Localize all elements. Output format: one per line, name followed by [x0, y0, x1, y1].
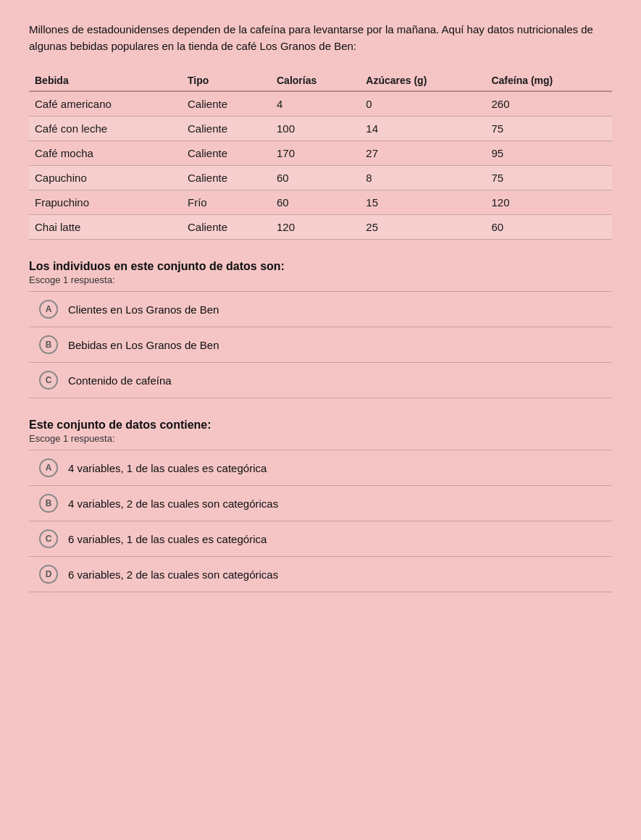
- table-cell: 100: [271, 117, 360, 141]
- table-cell: 260: [485, 91, 612, 117]
- option-text: Clientes en Los Granos de Ben: [68, 303, 219, 316]
- option-text: 4 variables, 2 de las cuales son categór…: [68, 497, 278, 510]
- table-row: FrapuchinoFrío6015120: [29, 190, 612, 215]
- option-text: 6 variables, 2 de las cuales son categór…: [68, 568, 278, 581]
- question1-section: Los individuos en este conjunto de datos…: [29, 260, 612, 398]
- table-header: Cafeína (mg): [485, 70, 612, 91]
- table-header: Azúcares (g): [360, 70, 485, 91]
- table-cell: Caliente: [182, 166, 271, 190]
- table-cell: Caliente: [182, 141, 271, 166]
- table-cell: Capuchino: [29, 166, 182, 190]
- table-cell: 170: [271, 141, 360, 166]
- table-cell: 60: [271, 190, 360, 215]
- option-circle: B: [39, 335, 58, 354]
- table-cell: 75: [485, 117, 612, 141]
- table-cell: 120: [485, 190, 612, 215]
- table-cell: 60: [271, 166, 360, 190]
- option-text: Bebidas en Los Granos de Ben: [68, 339, 219, 351]
- nutrition-table: BebidaTipoCaloríasAzúcares (g)Cafeína (m…: [29, 70, 612, 240]
- table-row: Chai latteCaliente1202560: [29, 215, 612, 240]
- table-cell: 60: [485, 215, 612, 240]
- option-circle: C: [39, 371, 58, 390]
- option-circle: D: [39, 565, 58, 584]
- intro-text: Millones de estadounidenses dependen de …: [29, 22, 612, 54]
- option-item[interactable]: B Bebidas en Los Granos de Ben: [29, 327, 612, 362]
- table-row: Café mochaCaliente1702795: [29, 141, 612, 166]
- table-cell: Café americano: [29, 91, 182, 117]
- table-row: Café con lecheCaliente1001475: [29, 117, 612, 141]
- table-cell: 4: [271, 91, 360, 117]
- table-cell: 27: [360, 141, 485, 166]
- table-cell: 8: [360, 166, 485, 190]
- table-cell: 14: [360, 117, 485, 141]
- table-cell: Café con leche: [29, 117, 182, 141]
- question1-options: A Clientes en Los Granos de Ben B Bebida…: [29, 291, 612, 398]
- option-item[interactable]: D 6 variables, 2 de las cuales son categ…: [29, 556, 612, 592]
- option-item[interactable]: B 4 variables, 2 de las cuales son categ…: [29, 485, 612, 521]
- table-cell: Chai latte: [29, 215, 182, 240]
- question2-sub: Escoge 1 respuesta:: [29, 433, 612, 444]
- table-row: Café americanoCaliente40260: [29, 91, 612, 117]
- table-cell: 0: [360, 91, 485, 117]
- table-cell: 15: [360, 190, 485, 215]
- table-row: CapuchinoCaliente60875: [29, 166, 612, 190]
- table-cell: 25: [360, 215, 485, 240]
- option-text: 4 variables, 1 de las cuales es categóri…: [68, 462, 267, 474]
- option-item[interactable]: A Clientes en Los Granos de Ben: [29, 291, 612, 327]
- option-circle: A: [39, 458, 58, 477]
- option-item[interactable]: C Contenido de cafeína: [29, 362, 612, 398]
- question1-sub: Escoge 1 respuesta:: [29, 274, 612, 285]
- table-header: Calorías: [271, 70, 360, 91]
- table-cell: 120: [271, 215, 360, 240]
- table-cell: Caliente: [182, 215, 271, 240]
- table-cell: Café mocha: [29, 141, 182, 166]
- table-cell: Caliente: [182, 91, 271, 117]
- table-header: Tipo: [182, 70, 271, 91]
- option-circle: C: [39, 529, 58, 548]
- table-cell: Caliente: [182, 117, 271, 141]
- option-item[interactable]: A 4 variables, 1 de las cuales es categó…: [29, 450, 612, 485]
- table-header: Bebida: [29, 70, 182, 91]
- table-cell: 75: [485, 166, 612, 190]
- table-cell: 95: [485, 141, 612, 166]
- option-text: Contenido de cafeína: [68, 374, 172, 387]
- question1-text: Los individuos en este conjunto de datos…: [29, 260, 612, 273]
- option-item[interactable]: C 6 variables, 1 de las cuales es categó…: [29, 521, 612, 556]
- table-cell: Frío: [182, 190, 271, 215]
- question2-text: Este conjunto de datos contiene:: [29, 419, 612, 432]
- question2-options: A 4 variables, 1 de las cuales es categó…: [29, 450, 612, 592]
- table-cell: Frapuchino: [29, 190, 182, 215]
- option-text: 6 variables, 1 de las cuales es categóri…: [68, 533, 267, 545]
- option-circle: B: [39, 494, 58, 513]
- option-circle: A: [39, 300, 58, 319]
- question2-section: Este conjunto de datos contiene: Escoge …: [29, 419, 612, 592]
